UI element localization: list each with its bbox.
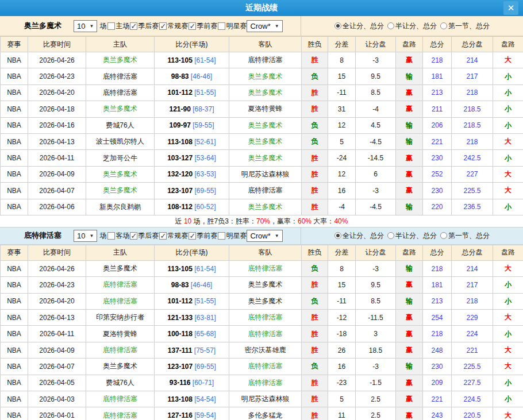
half-time-score: [54-54] <box>194 395 216 403</box>
handicap-cell: -14.5 <box>356 150 396 166</box>
checkbox-checked-icon <box>189 232 196 240</box>
pistons-filter-controls: 底特律活塞 10 ▼ 场 客场季后赛常规赛季前赛明星赛 Crow* ▼ <box>0 228 301 244</box>
date-cell: 2026-04-13 <box>28 133 86 149</box>
half-time-score: [52-61] <box>194 138 216 146</box>
radio-unselected-icon <box>440 22 447 29</box>
handicap-result-cell: 输 <box>396 68 423 84</box>
filter-checkbox-2[interactable]: 常规赛 <box>159 21 188 31</box>
stat-mode-radio-1[interactable]: 半让分、总分 <box>387 21 437 31</box>
team-name-label: 奥兰多魔术 <box>24 21 74 31</box>
half-time-score: [51-55] <box>194 297 216 305</box>
point-diff-cell: 5 <box>328 133 356 149</box>
point-diff-cell: -24 <box>328 150 356 166</box>
stat-mode-radio-0[interactable]: 全让分、总分 <box>334 21 384 31</box>
league-cell: NBA <box>1 117 28 133</box>
point-diff-cell: 31 <box>328 101 356 117</box>
handicap-cell: -4.5 <box>356 133 396 149</box>
final-score: 123-107 <box>167 187 193 195</box>
filter-checkbox-4[interactable]: 明星赛 <box>217 231 247 241</box>
bookmaker-value: Crow* <box>250 232 270 240</box>
bookmaker-select[interactable]: Crow* ▼ <box>247 20 282 32</box>
half-time-score: [69-55] <box>195 187 216 195</box>
point-diff-cell: 26 <box>328 342 356 358</box>
league-cell: NBA <box>1 326 28 342</box>
handicap-result-cell: 赢 <box>396 183 423 199</box>
stat-mode-radio-2[interactable]: 第一节、总分 <box>440 231 490 241</box>
score-cell: 108-112 [60-52] <box>155 199 229 215</box>
radio-label: 第一节、总分 <box>448 231 490 241</box>
away-team-cell: 底特律活塞 <box>229 260 302 276</box>
checkbox-label: 明星赛 <box>226 231 247 241</box>
games-count-select[interactable]: 10 ▼ <box>74 20 97 32</box>
filter-checkbox-1[interactable]: 季后赛 <box>129 21 159 31</box>
total-line-cell: 218 <box>452 133 493 149</box>
stat-mode-radio-2[interactable]: 第一节、总分 <box>440 21 490 31</box>
half-time-score: [60-71] <box>193 379 214 387</box>
total-line-cell: 221 <box>452 342 493 358</box>
half-time-score: [61-54] <box>194 265 216 273</box>
over-under-cell: 大 <box>493 342 523 358</box>
total-line-cell: 236.5 <box>452 199 493 215</box>
result-cell: 胜 <box>302 183 328 199</box>
handicap-cell: 9.5 <box>356 277 396 293</box>
result-cell: 负 <box>302 68 328 84</box>
result-cell: 胜 <box>302 310 328 326</box>
away-team-cell: 多伦多猛龙 <box>229 407 302 420</box>
result-cell: 胜 <box>302 84 328 101</box>
stat-mode-radio-1[interactable]: 半让分、总分 <box>387 231 437 241</box>
over-under-cell: 小 <box>493 375 523 391</box>
over-under-cell: 小 <box>493 68 523 84</box>
away-team-cell: 奥兰多魔术 <box>229 68 302 84</box>
games-count-select[interactable]: 10 ▼ <box>74 230 97 242</box>
handicap-result-cell: 输 <box>396 199 423 215</box>
filter-checkbox-2[interactable]: 常规赛 <box>159 231 188 241</box>
filter-checkbox-1[interactable]: 季后赛 <box>129 231 159 241</box>
filter-checkbox-0[interactable]: 客场 <box>107 231 129 241</box>
score-cell: 113-108 [52-61] <box>155 133 229 149</box>
final-score: 137-111 <box>168 346 193 355</box>
filter-checkbox-0[interactable]: 主场 <box>107 21 129 31</box>
home-team-cell: 奥兰多魔术 <box>86 166 155 182</box>
home-team-cell: 芝加哥公牛 <box>86 150 155 166</box>
half-time-score: [46-46] <box>191 281 212 289</box>
checkbox-unchecked-icon <box>218 232 225 240</box>
date-cell: 2026-04-13 <box>28 310 86 326</box>
bookmaker-select[interactable]: Crow* ▼ <box>247 230 282 242</box>
handicap-cell: 2.5 <box>356 407 396 420</box>
game-row: NBA2026-04-11夏洛特黄蜂100-118 [65-68]底特律活塞胜-… <box>1 326 523 342</box>
final-score: 113-108 <box>167 395 192 403</box>
game-row: NBA2026-04-23底特律活塞98-83 [46-46]奥兰多魔术负159… <box>1 68 523 84</box>
filter-checkbox-3[interactable]: 季前赛 <box>188 21 217 31</box>
score-cell: 103-127 [53-64] <box>155 150 229 166</box>
half-time-score: [59-54] <box>194 411 216 419</box>
radio-selected-icon <box>334 232 341 239</box>
column-header-1: 比赛时间 <box>28 37 86 52</box>
away-team-cell: 奥兰多魔术 <box>229 293 302 309</box>
half-time-score: [53-64] <box>195 154 216 162</box>
total-line-cell: 225.5 <box>452 359 493 375</box>
over-under-cell: 小 <box>493 199 523 215</box>
stat-mode-radio-0[interactable]: 全让分、总分 <box>334 231 384 241</box>
handicap-result-cell: 赢 <box>396 150 423 166</box>
home-team-cell: 奥兰多魔术 <box>86 359 155 375</box>
point-diff-cell: 8 <box>328 260 356 276</box>
date-cell: 2026-04-11 <box>28 326 86 342</box>
score-cell: 132-120 [63-53] <box>155 166 229 182</box>
filter-checkbox-3[interactable]: 季前赛 <box>188 231 217 241</box>
handicap-result-cell: 赢 <box>396 84 423 101</box>
close-button[interactable]: ✕ <box>503 1 518 15</box>
magic-filter-controls: 奥兰多魔术 10 ▼ 场 主场季后赛常规赛季前赛明星赛 Crow* ▼ <box>0 16 301 36</box>
game-row: NBA2026-04-01底特律活塞127-116 [59-54]多伦多猛龙胜1… <box>1 407 523 420</box>
filter-checkbox-4[interactable]: 明星赛 <box>217 21 247 31</box>
checkbox-label: 季后赛 <box>138 21 159 31</box>
handicap-result-cell: 输 <box>396 260 423 276</box>
game-row: NBA2026-04-13印第安纳步行者121-133 [63-81]底特律活塞… <box>1 310 523 326</box>
away-team-cell: 夏洛特黄蜂 <box>229 101 302 117</box>
column-header-3: 比分(半场) <box>155 37 229 52</box>
total-points-cell: 230 <box>423 150 452 166</box>
total-points-cell: 218 <box>423 326 452 342</box>
score-cell: 109-97 [59-55] <box>155 117 229 133</box>
summary-over-rate: 40% <box>334 217 348 225</box>
game-row: NBA2026-04-26奥兰多魔术113-105 [61-54]底特律活塞负8… <box>1 260 523 276</box>
away-team-cell: 底特律活塞 <box>229 52 302 68</box>
